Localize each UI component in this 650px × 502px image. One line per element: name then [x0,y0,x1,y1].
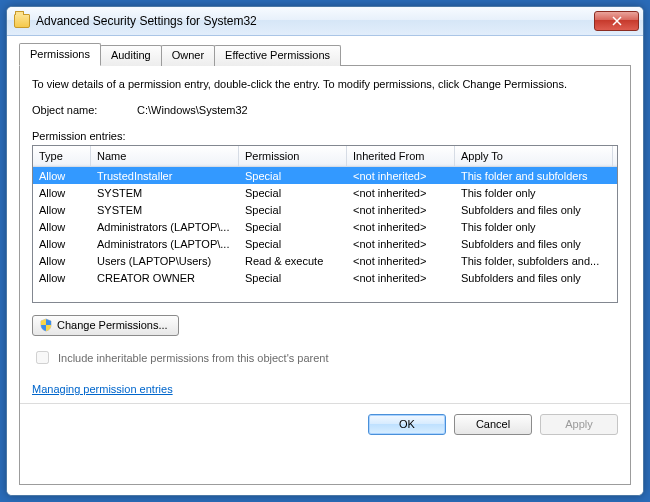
table-cell: Subfolders and files only [455,272,613,284]
close-button[interactable] [594,11,639,31]
apply-button[interactable]: Apply [540,414,618,435]
table-cell: <not inherited> [347,272,455,284]
folder-icon [14,14,30,28]
ok-button[interactable]: OK [368,414,446,435]
column-header-type[interactable]: Type [33,146,91,166]
table-row[interactable]: AllowTrustedInstallerSpecial<not inherit… [33,167,617,184]
table-cell: Allow [33,272,91,284]
listview-header: Type Name Permission Inherited From Appl… [33,146,617,167]
table-cell: SYSTEM [91,204,239,216]
include-inheritable-checkbox[interactable] [36,351,49,364]
table-cell: Special [239,170,347,182]
tab-permissions[interactable]: Permissions [19,43,101,66]
table-cell: <not inherited> [347,255,455,267]
table-row[interactable]: AllowSYSTEMSpecial<not inherited>Subfold… [33,201,617,218]
table-cell: Allow [33,187,91,199]
include-inheritable-row: Include inheritable permissions from thi… [32,348,618,367]
table-cell: Special [239,221,347,233]
table-row[interactable]: AllowSYSTEMSpecial<not inherited>This fo… [33,184,617,201]
object-name-label: Object name: [32,104,134,116]
uac-shield-icon [39,318,53,332]
tabpanel-permissions: To view details of a permission entry, d… [19,65,631,485]
table-cell: Subfolders and files only [455,238,613,250]
table-cell: Users (LAPTOP\Users) [91,255,239,267]
column-header-permission[interactable]: Permission [239,146,347,166]
table-cell: Allow [33,238,91,250]
tabstrip: Permissions Auditing Owner Effective Per… [19,45,631,66]
permission-entries-label: Permission entries: [32,130,618,142]
table-cell: <not inherited> [347,187,455,199]
intro-text: To view details of a permission entry, d… [32,78,618,90]
listview-body: AllowTrustedInstallerSpecial<not inherit… [33,167,617,286]
table-cell: Administrators (LAPTOP\... [91,238,239,250]
table-cell: Subfolders and files only [455,204,613,216]
table-cell: Special [239,204,347,216]
table-cell: Allow [33,204,91,216]
table-cell: This folder, subfolders and... [455,255,613,267]
table-row[interactable]: AllowCREATOR OWNERSpecial<not inherited>… [33,269,617,286]
table-cell: <not inherited> [347,204,455,216]
object-name-value: C:\Windows\System32 [137,104,248,116]
change-permissions-label: Change Permissions... [57,319,168,331]
table-cell: Special [239,272,347,284]
table-cell: TrustedInstaller [91,170,239,182]
client-area: Permissions Auditing Owner Effective Per… [7,36,643,495]
permission-listview[interactable]: Type Name Permission Inherited From Appl… [32,145,618,303]
table-cell: <not inherited> [347,221,455,233]
table-cell: Special [239,238,347,250]
managing-permission-entries-link[interactable]: Managing permission entries [32,383,173,395]
tab-effective-permissions[interactable]: Effective Permissions [214,45,341,66]
table-cell: Allow [33,221,91,233]
column-header-apply[interactable]: Apply To [455,146,613,166]
table-cell: This folder only [455,221,613,233]
dialog-footer: OK Cancel Apply [20,403,630,435]
tab-owner[interactable]: Owner [161,45,215,66]
change-permissions-row: Change Permissions... [32,315,618,336]
table-cell: This folder only [455,187,613,199]
table-cell: Allow [33,170,91,182]
object-name-row: Object name: C:\Windows\System32 [32,104,618,116]
table-cell: CREATOR OWNER [91,272,239,284]
cancel-button[interactable]: Cancel [454,414,532,435]
table-row[interactable]: AllowUsers (LAPTOP\Users)Read & execute<… [33,252,617,269]
tab-auditing[interactable]: Auditing [100,45,162,66]
table-cell: Special [239,187,347,199]
close-icon [612,16,622,26]
table-cell: <not inherited> [347,170,455,182]
table-cell: <not inherited> [347,238,455,250]
column-header-inherited[interactable]: Inherited From [347,146,455,166]
include-inheritable-label: Include inheritable permissions from thi… [58,352,329,364]
titlebar[interactable]: Advanced Security Settings for System32 [7,7,643,36]
window-title: Advanced Security Settings for System32 [36,14,594,28]
change-permissions-button[interactable]: Change Permissions... [32,315,179,336]
window: Advanced Security Settings for System32 … [6,6,644,496]
column-header-name[interactable]: Name [91,146,239,166]
table-cell: Read & execute [239,255,347,267]
table-cell: SYSTEM [91,187,239,199]
table-row[interactable]: AllowAdministrators (LAPTOP\...Special<n… [33,218,617,235]
help-link-row: Managing permission entries [32,383,618,395]
table-row[interactable]: AllowAdministrators (LAPTOP\...Special<n… [33,235,617,252]
table-cell: This folder and subfolders [455,170,613,182]
table-cell: Administrators (LAPTOP\... [91,221,239,233]
table-cell: Allow [33,255,91,267]
